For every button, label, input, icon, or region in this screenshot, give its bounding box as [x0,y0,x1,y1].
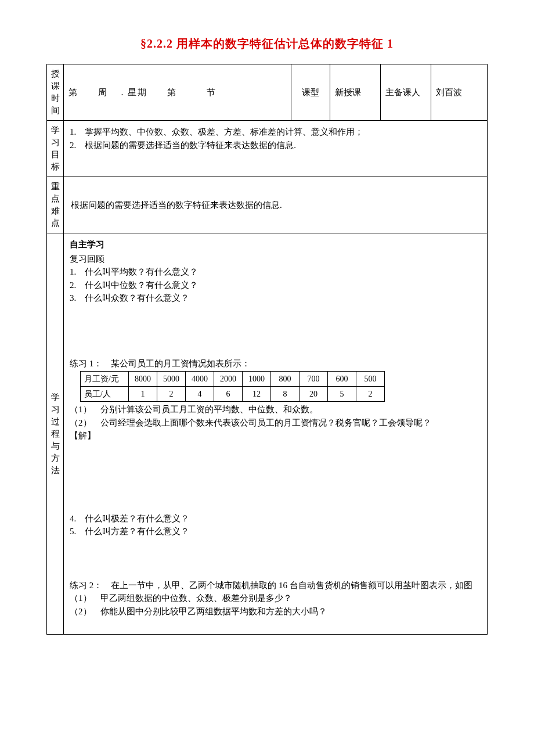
exercise1-title: 练习 1： 某公司员工的月工资情况如表所示： [70,357,481,370]
label-ktype: 课型 [291,64,330,121]
salary-cell: 5 [328,387,356,402]
salary-cell: 5000 [157,372,186,387]
salary-cell: 600 [328,372,356,387]
keypoints-content: 根据问题的需要选择适当的数字特征来表达数据的信息. [64,177,488,233]
row-process: 学习过程与方法 自主学习 复习回顾 1. 什么叫平均数？有什么意义？ 2. 什么… [47,233,488,635]
self-study-heading: 自主学习 [70,238,481,251]
salary-cell: 12 [243,387,271,402]
process-content: 自主学习 复习回顾 1. 什么叫平均数？有什么意义？ 2. 什么叫中位数？有什么… [64,233,488,635]
exercise1-answer-label: 【解】 [70,429,481,442]
label-preparer: 主备课人 [381,64,431,121]
salary-cell: 2 [356,387,385,402]
page-title: §2.2.2 用样本的数字特征估计总体的数字特征 1 [46,35,488,52]
value-preparer: 刘百波 [431,64,488,121]
review-item: 4. 什么叫极差？有什么意义？ [70,512,481,525]
salary-cell: 6 [214,387,243,402]
salary-cell: 4 [186,387,214,402]
review-heading: 复习回顾 [70,253,481,266]
objective-item: 2. 根据问题的需要选择适当的数字特征来表达数据的信息. [70,139,481,152]
salary-row-label: 员工/人 [81,387,129,402]
exercise2-q2: （2） 你能从图中分别比较甲乙两组数据平均数和方差的大小吗？ [70,605,481,618]
salary-cell: 800 [271,372,300,387]
row-schedule: 授课时间 第 周 ．星期 第 节 课型 新授课 主备课人 刘百波 [47,64,488,121]
row-objectives: 学习目标 1. 掌握平均数、中位数、众数、极差、方差、标准差的计算、意义和作用；… [47,121,488,177]
exercise2-title: 练习 2： 在上一节中，从甲、乙两个城市随机抽取的 16 台自动售货机的销售额可… [70,579,481,592]
label-objectives: 学习目标 [47,121,64,177]
exercise2-q1: （1） 甲乙两组数据的中位数、众数、极差分别是多少？ [70,592,481,605]
salary-cell: 500 [356,372,385,387]
exercise1-q1: （1） 分别计算该公司员工月工资的平均数、中位数、和众数。 [70,403,481,416]
objective-item: 1. 掌握平均数、中位数、众数、极差、方差、标准差的计算、意义和作用； [70,125,481,139]
table-row: 员工/人 1 2 4 6 12 8 20 5 2 [81,387,385,402]
table-row: 月工资/元 8000 5000 4000 2000 1000 800 700 6… [81,372,385,387]
review-item: 3. 什么叫众数？有什么意义？ [70,291,481,305]
row-keypoints: 重点难点 根据问题的需要选择适当的数字特征来表达数据的信息. [47,177,488,233]
value-ktype: 新授课 [330,64,381,121]
objectives-content: 1. 掌握平均数、中位数、众数、极差、方差、标准差的计算、意义和作用； 2. 根… [64,121,488,177]
review-item: 5. 什么叫方差？有什么意义？ [70,525,481,538]
salary-cell: 700 [300,372,328,387]
review-item: 2. 什么叫中位数？有什么意义？ [70,279,481,292]
lesson-plan-table: 授课时间 第 周 ．星期 第 节 课型 新授课 主备课人 刘百波 学习目标 1.… [46,64,488,635]
label-keypoints: 重点难点 [47,177,64,233]
salary-row-label: 月工资/元 [81,372,129,387]
salary-cell: 2000 [214,372,243,387]
salary-cell: 8 [271,387,300,402]
salary-cell: 2 [157,387,186,402]
salary-cell: 4000 [186,372,214,387]
salary-cell: 1 [129,387,157,402]
exercise1-q2: （2） 公司经理会选取上面哪个数来代表该公司员工的月工资情况？税务官呢？工会领导… [70,416,481,430]
schedule-cell: 第 周 ．星期 第 节 [64,64,291,121]
salary-cell: 1000 [243,372,271,387]
review-item: 1. 什么叫平均数？有什么意义？ [70,265,481,279]
label-process: 学习过程与方法 [47,233,64,635]
salary-table: 月工资/元 8000 5000 4000 2000 1000 800 700 6… [80,371,385,402]
salary-cell: 8000 [129,372,157,387]
label-time: 授课时间 [47,64,64,121]
salary-cell: 20 [300,387,328,402]
keypoints-text: 根据问题的需要选择适当的数字特征来表达数据的信息. [68,193,482,218]
